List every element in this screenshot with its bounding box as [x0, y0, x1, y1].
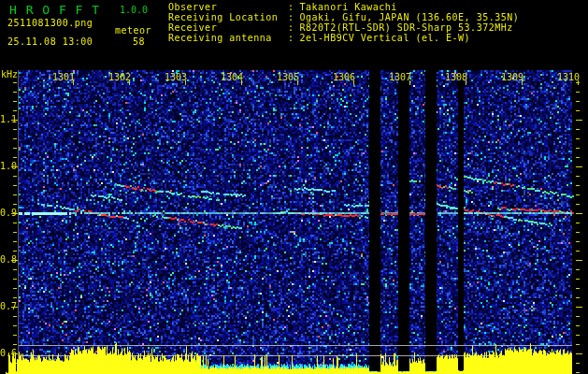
info-label: Receiving Location	[168, 12, 288, 22]
station-info: Observer:Takanori Kawachi Receiving Loca…	[168, 2, 519, 43]
info-separator: :	[288, 12, 294, 22]
info-row-observer: Observer:Takanori Kawachi	[168, 2, 519, 12]
output-filename: 2511081300.png	[7, 18, 93, 28]
info-separator: :	[288, 33, 294, 43]
app-title: H R O F F T	[9, 3, 100, 17]
header: H R O F F T 1.0.0 2511081300.png meteor …	[0, 0, 588, 70]
info-row-location: Receiving Location:Ogaki, Gifu, JAPAN (1…	[168, 12, 519, 22]
info-label: Receiver	[168, 22, 288, 33]
info-separator: :	[288, 22, 294, 33]
mode-label: meteor	[115, 25, 151, 36]
info-row-antenna: Receiving antenna:2el-HB9CV Vertical (el…	[168, 33, 519, 43]
info-value: R820T2(RTL-SDR) SDR-Sharp 53.372MHz	[300, 22, 513, 33]
info-separator: :	[288, 2, 294, 12]
info-label: Observer	[168, 2, 288, 12]
info-label: Receiving antenna	[168, 33, 288, 43]
hrofft-output: kHz 1.11.00.90.80.70.6130113021303130413…	[0, 0, 588, 374]
info-value: Takanori Kawachi	[300, 2, 397, 12]
info-value: 2el-HB9CV Vertical (el. E-W)	[300, 33, 471, 43]
info-value: Ogaki, Gifu, JAPAN (136.60E, 35.35N)	[300, 12, 520, 22]
info-row-receiver: Receiver:R820T2(RTL-SDR) SDR-Sharp 53.37…	[168, 22, 519, 33]
datetime-label: 25.11.08 13:00	[7, 36, 93, 47]
echo-count: 58	[133, 36, 145, 47]
app-version: 1.0.0	[120, 5, 148, 15]
